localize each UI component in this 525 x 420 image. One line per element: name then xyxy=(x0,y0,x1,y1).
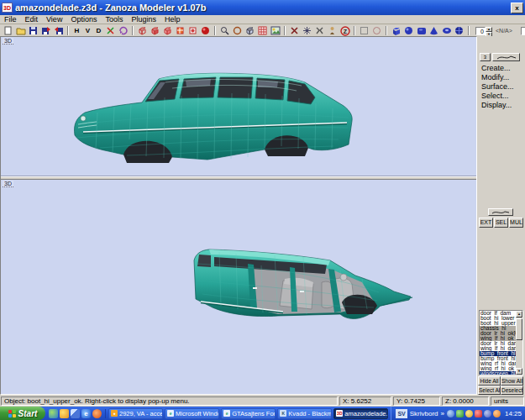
panel-small-button[interactable]: 3 xyxy=(480,53,491,61)
display-menu-item[interactable]: Display... xyxy=(481,101,514,110)
menu-edit[interactable]: Edit xyxy=(21,15,43,24)
view-v-button[interactable]: V xyxy=(82,26,93,36)
desktop-toolbar-label[interactable]: Skrivbord xyxy=(410,410,438,417)
primitive-cone-button[interactable] xyxy=(428,26,440,36)
spinner-1-value[interactable]: 0 xyxy=(475,27,486,35)
deselect-button[interactable]: Deselect xyxy=(501,386,523,395)
grid-icon xyxy=(258,26,267,35)
scroll-up-icon[interactable]: ▲ xyxy=(516,311,522,318)
orbit-tool-button[interactable] xyxy=(231,26,244,36)
scroll-down-icon[interactable]: ▼ xyxy=(516,368,522,375)
curve-button[interactable] xyxy=(492,53,520,61)
show-desktop-icon[interactable] xyxy=(71,409,80,418)
textured-mode-button[interactable] xyxy=(174,26,186,36)
panel-top-buttons: 3 xyxy=(480,53,520,61)
create-menu-item[interactable]: Create... xyxy=(481,64,514,73)
tray-volume-icon[interactable] xyxy=(484,410,491,417)
object-list-scrollbar[interactable]: ▲ ▼ xyxy=(516,311,522,375)
taskbar-clock: 14:25 xyxy=(505,410,522,417)
tray-globe-icon[interactable] xyxy=(447,410,454,417)
status-message: Object: boot_hi_upper_ok. Right-click to… xyxy=(1,396,338,406)
viewport-container: 3D xyxy=(0,36,477,395)
delete-tool-button[interactable] xyxy=(288,26,301,36)
browser-icon[interactable] xyxy=(92,409,102,418)
tray-gear-icon[interactable] xyxy=(493,410,501,417)
asterisk-icon xyxy=(302,26,312,35)
main-area: 3D xyxy=(0,36,525,395)
list-item[interactable]: windscreen_hi_ok xyxy=(480,371,517,375)
menu-options[interactable]: Options xyxy=(66,15,101,24)
tray-icons xyxy=(447,410,501,417)
select-all-button[interactable]: Select All xyxy=(478,386,501,395)
primitive-dummy-button[interactable] xyxy=(415,26,428,36)
tray-shield-icon[interactable] xyxy=(456,410,464,417)
object-list[interactable]: door_lf_dam boot_hi_lower_ok boot_hi_upp… xyxy=(479,310,523,375)
chevron-icon[interactable]: » xyxy=(441,410,444,417)
select-menu-item[interactable]: Select... xyxy=(481,92,514,101)
taskbar-window-2[interactable]: eMicrosoft Windows U... xyxy=(165,408,219,419)
view-h-button[interactable]: H xyxy=(71,26,82,36)
create-vertex-button[interactable] xyxy=(301,26,313,36)
messenger-icon[interactable] xyxy=(60,409,69,418)
new-document-icon xyxy=(3,26,13,35)
detach-tool-button[interactable] xyxy=(326,26,339,36)
background-image-button[interactable] xyxy=(269,26,281,36)
hide-all-button[interactable]: Hide All xyxy=(478,376,501,386)
spinner-2: 0 ▲▼ <N/A> xyxy=(521,27,525,35)
surface-menu-item[interactable]: Surface... xyxy=(481,82,514,92)
new-document-button[interactable] xyxy=(2,26,14,36)
primitive-torus-button[interactable] xyxy=(440,26,453,36)
tray-alert-icon[interactable] xyxy=(475,410,482,417)
smooth-mode-button[interactable] xyxy=(161,26,174,36)
language-indicator[interactable]: SV xyxy=(396,409,407,418)
start-button[interactable]: Start xyxy=(0,407,45,420)
primitive-box-button[interactable] xyxy=(390,26,402,36)
unwrap-button[interactable] xyxy=(358,26,370,36)
zoom-tool-button[interactable] xyxy=(218,26,231,36)
open-file-button[interactable] xyxy=(14,26,27,36)
flat-mode-button[interactable] xyxy=(149,26,161,36)
sel-mode-button[interactable]: SEL xyxy=(494,218,508,228)
ext-mode-button[interactable]: EXT xyxy=(479,218,493,228)
import-button[interactable] xyxy=(39,26,52,36)
taskbar-window-1[interactable]: ●2929, VA - acces fea... xyxy=(108,408,163,419)
viewport-bottom-3d[interactable]: 3D xyxy=(1,180,476,394)
mul-mode-button[interactable]: MUL xyxy=(509,218,523,228)
zmodeler-menu-button[interactable]: Z xyxy=(339,26,351,36)
taskbar-window-4[interactable]: KKvadd - Blackmores ... xyxy=(277,408,332,419)
internet-explorer-icon[interactable]: e xyxy=(81,409,91,418)
primitive-sphere-button[interactable] xyxy=(402,26,415,36)
menu-tools[interactable]: Tools xyxy=(101,15,127,24)
rotate-tool-button[interactable] xyxy=(117,26,129,36)
tray-update-icon[interactable] xyxy=(465,410,473,417)
menu-help[interactable]: Help xyxy=(160,15,185,24)
attach-tool-button[interactable] xyxy=(313,26,326,36)
local-axes-button[interactable] xyxy=(244,26,256,36)
menu-plugins[interactable]: Plugins xyxy=(127,15,160,24)
snap-grid-button[interactable] xyxy=(256,26,269,36)
status-bar: Object: boot_hi_upper_ok. Right-click to… xyxy=(0,395,525,407)
export-button[interactable] xyxy=(52,26,65,36)
modify-menu-item[interactable]: Modify... xyxy=(481,73,514,82)
move-tool-button[interactable] xyxy=(104,26,117,36)
spinner-2-value[interactable]: 0 xyxy=(521,27,525,35)
menu-file[interactable]: File xyxy=(0,15,21,24)
circle-select-button[interactable] xyxy=(370,26,383,36)
taskbar-window-3[interactable]: eGTAsajtens Forum -... xyxy=(221,408,276,419)
viewport-bottom-label[interactable]: 3D xyxy=(3,181,13,187)
close-button[interactable]: x xyxy=(511,3,523,13)
save-file-button[interactable] xyxy=(27,26,39,36)
material-mode-button[interactable] xyxy=(186,26,199,36)
scroll-thumb[interactable] xyxy=(516,318,522,340)
viewport-top-3d[interactable]: 3D xyxy=(1,37,476,176)
menu-view[interactable]: View xyxy=(42,15,66,24)
curve-button-2[interactable] xyxy=(488,208,513,216)
render-sphere-button[interactable] xyxy=(199,26,212,36)
primitive-geosphere-button[interactable] xyxy=(453,26,465,36)
view-d-button[interactable]: D xyxy=(93,26,104,36)
wireframe-mode-button[interactable] xyxy=(136,26,149,36)
viewport-top-label[interactable]: 3D xyxy=(3,38,13,45)
taskbar-window-5[interactable]: 3Damazondelade.z3d -... xyxy=(333,408,388,419)
media-player-icon[interactable] xyxy=(49,409,58,418)
show-all-button[interactable]: Show All xyxy=(501,376,523,386)
